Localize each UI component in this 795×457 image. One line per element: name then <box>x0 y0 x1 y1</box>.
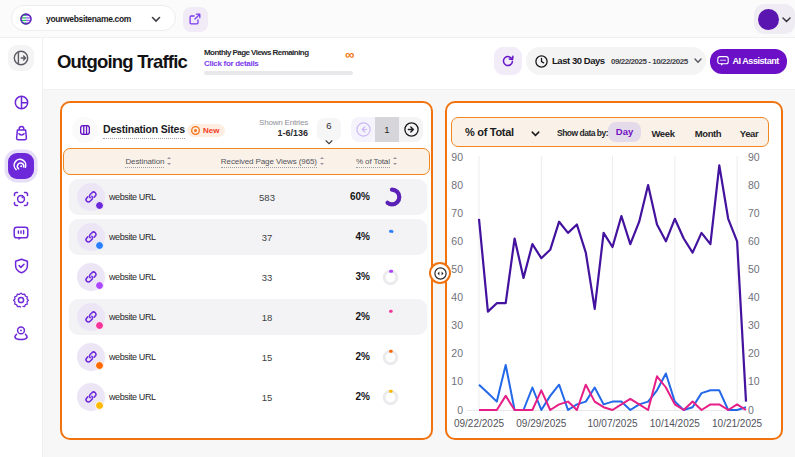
svg-text:10: 10 <box>748 375 760 387</box>
svg-text:70: 70 <box>451 207 463 219</box>
svg-text:30: 30 <box>748 319 760 331</box>
svg-text:60: 60 <box>451 235 463 247</box>
svg-text:50: 50 <box>451 263 463 275</box>
svg-text:10/21/2025: 10/21/2025 <box>712 418 762 429</box>
svg-text:40: 40 <box>451 291 463 303</box>
svg-text:40: 40 <box>748 291 760 303</box>
svg-text:90: 90 <box>748 151 760 163</box>
svg-text:10/14/2025: 10/14/2025 <box>650 418 700 429</box>
svg-text:09/22/2025: 09/22/2025 <box>454 418 504 429</box>
svg-text:20: 20 <box>748 347 760 359</box>
svg-text:0: 0 <box>457 404 463 416</box>
svg-text:09/29/2025: 09/29/2025 <box>516 418 566 429</box>
svg-text:20: 20 <box>451 347 463 359</box>
svg-text:10/07/2025: 10/07/2025 <box>587 418 637 429</box>
svg-text:60: 60 <box>748 235 760 247</box>
svg-text:80: 80 <box>451 179 463 191</box>
svg-text:70: 70 <box>748 207 760 219</box>
svg-text:10: 10 <box>451 375 463 387</box>
svg-text:80: 80 <box>748 179 760 191</box>
svg-text:90: 90 <box>451 151 463 163</box>
svg-text:0: 0 <box>748 404 754 416</box>
svg-text:50: 50 <box>748 263 760 275</box>
svg-text:30: 30 <box>451 319 463 331</box>
